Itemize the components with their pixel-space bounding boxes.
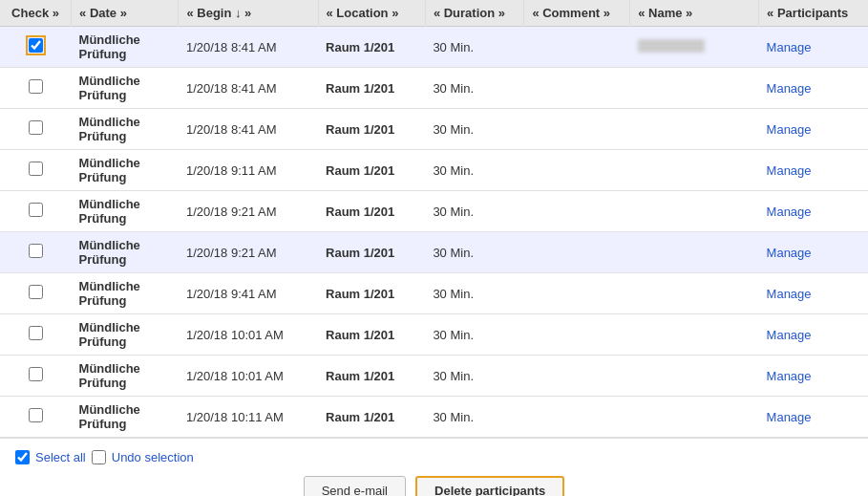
col-header-location[interactable]: « Location » [318, 0, 425, 27]
row-comment [524, 150, 630, 191]
select-controls: Select all Undo selection [15, 450, 853, 464]
undo-selection-label[interactable]: Undo selection [112, 450, 194, 464]
appointments-table: Check » « Date » « Begin ↓ » « Location … [0, 0, 868, 438]
manage-link[interactable]: Manage [767, 122, 812, 137]
row-manage-cell: Manage [759, 68, 868, 109]
row-name [630, 232, 759, 273]
row-comment [524, 397, 630, 438]
row-date: Mündliche Prüfung [72, 314, 179, 356]
manage-link[interactable]: Manage [767, 287, 812, 301]
manage-link[interactable]: Manage [767, 40, 812, 54]
row-comment [524, 273, 630, 314]
col-header-date[interactable]: « Date » [72, 0, 179, 27]
col-header-begin[interactable]: « Begin ↓ » [179, 0, 318, 27]
row-name [630, 273, 759, 314]
row-duration: 30 Min. [425, 109, 524, 150]
row-checkbox[interactable] [29, 162, 43, 176]
row-check-cell [0, 273, 72, 314]
row-manage-cell: Manage [759, 109, 868, 150]
row-comment [524, 109, 630, 150]
row-date: Mündliche Prüfung [72, 109, 179, 150]
row-check-cell [0, 68, 72, 109]
row-checkbox[interactable] [29, 244, 43, 258]
table-row: Mündliche Prüfung1/20/18 8:41 AMRaum 1/2… [0, 68, 868, 109]
row-begin: 1/20/18 8:41 AM [179, 68, 318, 109]
row-checkbox[interactable] [29, 79, 43, 94]
manage-link[interactable]: Manage [767, 81, 812, 96]
table-row: Mündliche Prüfung1/20/18 9:21 AMRaum 1/2… [0, 191, 868, 232]
row-checkbox[interactable] [29, 120, 43, 135]
row-begin: 1/20/18 9:21 AM [179, 191, 318, 232]
row-name [630, 397, 759, 438]
send-email-button[interactable]: Send e-mail [304, 476, 406, 496]
manage-link[interactable]: Manage [767, 163, 812, 178]
row-comment [524, 232, 630, 273]
row-comment [524, 27, 630, 68]
row-duration: 30 Min. [425, 150, 524, 191]
row-manage-cell: Manage [759, 397, 868, 438]
row-name [630, 27, 759, 68]
row-name [630, 109, 759, 150]
row-check-cell [0, 109, 72, 150]
row-manage-cell: Manage [759, 150, 868, 191]
row-duration: 30 Min. [425, 191, 524, 232]
table-row: Mündliche Prüfung1/20/18 9:41 AMRaum 1/2… [0, 273, 868, 314]
row-location: Raum 1/201 [318, 273, 425, 314]
row-location: Raum 1/201 [318, 232, 425, 273]
row-begin: 1/20/18 9:11 AM [179, 150, 318, 191]
row-date: Mündliche Prüfung [72, 68, 179, 109]
action-buttons: Send e-mail Delete participants [15, 476, 853, 496]
row-date: Mündliche Prüfung [72, 273, 179, 314]
manage-link[interactable]: Manage [767, 205, 812, 219]
row-date: Mündliche Prüfung [72, 356, 179, 397]
row-begin: 1/20/18 8:41 AM [179, 109, 318, 150]
row-checkbox[interactable] [29, 326, 43, 340]
row-begin: 1/20/18 9:41 AM [179, 273, 318, 314]
row-duration: 30 Min. [425, 356, 524, 397]
row-begin: 1/20/18 10:11 AM [179, 397, 318, 438]
row-checkbox[interactable] [29, 367, 43, 381]
row-location: Raum 1/201 [318, 191, 425, 232]
row-check-cell [0, 356, 72, 397]
row-begin: 1/20/18 10:01 AM [179, 314, 318, 356]
row-checkbox[interactable] [29, 408, 43, 422]
row-checkbox[interactable] [29, 38, 43, 53]
row-comment [524, 68, 630, 109]
row-check-cell [0, 150, 72, 191]
manage-link[interactable]: Manage [767, 410, 812, 424]
table-row: Mündliche Prüfung1/20/18 10:01 AMRaum 1/… [0, 356, 868, 397]
col-header-duration[interactable]: « Duration » [425, 0, 524, 27]
col-header-name[interactable]: « Name » [630, 0, 759, 27]
select-all-label[interactable]: Select all [35, 450, 86, 464]
row-name [630, 68, 759, 109]
table-row: Mündliche Prüfung1/20/18 8:41 AMRaum 1/2… [0, 27, 868, 68]
row-manage-cell: Manage [759, 314, 868, 356]
row-comment [524, 191, 630, 232]
row-duration: 30 Min. [425, 273, 524, 314]
manage-link[interactable]: Manage [767, 246, 812, 260]
table-row: Mündliche Prüfung1/20/18 10:11 AMRaum 1/… [0, 397, 868, 438]
table-header-row: Check » « Date » « Begin ↓ » « Location … [0, 0, 868, 27]
main-container: Check » « Date » « Begin ↓ » « Location … [0, 0, 868, 496]
table-row: Mündliche Prüfung1/20/18 9:11 AMRaum 1/2… [0, 150, 868, 191]
row-begin: 1/20/18 8:41 AM [179, 27, 318, 68]
row-name [630, 150, 759, 191]
row-check-cell [0, 27, 72, 68]
row-checkbox[interactable] [29, 203, 43, 217]
manage-link[interactable]: Manage [767, 328, 812, 342]
table-row: Mündliche Prüfung1/20/18 9:21 AMRaum 1/2… [0, 232, 868, 273]
row-duration: 30 Min. [425, 232, 524, 273]
delete-participants-button[interactable]: Delete participants [415, 476, 564, 496]
select-all-checkbox[interactable] [15, 450, 30, 464]
row-duration: 30 Min. [425, 314, 524, 356]
row-comment [524, 356, 630, 397]
row-duration: 30 Min. [425, 397, 524, 438]
row-check-cell [0, 232, 72, 273]
col-header-comment[interactable]: « Comment » [524, 0, 630, 27]
row-date: Mündliche Prüfung [72, 191, 179, 232]
manage-link[interactable]: Manage [767, 369, 812, 383]
undo-selection-checkbox[interactable] [92, 450, 106, 464]
row-location: Raum 1/201 [318, 314, 425, 356]
row-checkbox[interactable] [29, 285, 43, 299]
col-header-participants[interactable]: « Participants [759, 0, 868, 27]
